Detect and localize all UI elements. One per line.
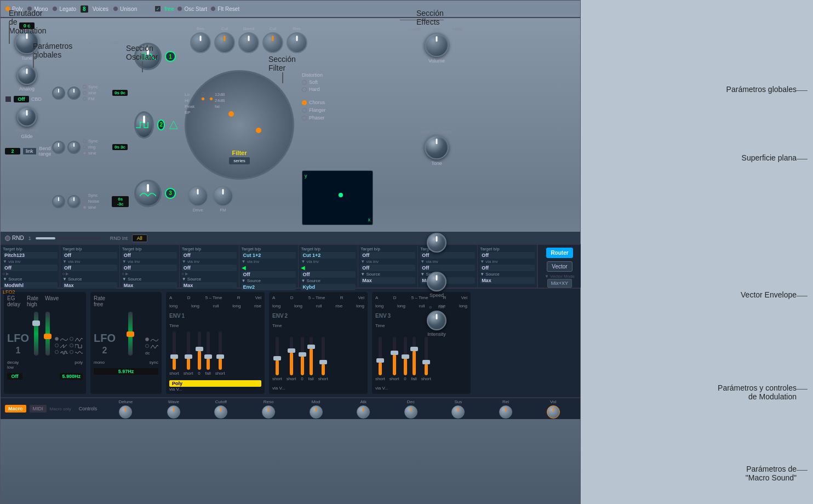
slot7-via-val[interactable]: Off [360, 265, 415, 271]
osc2-wave-ring[interactable]: ring [83, 145, 110, 150]
poly-radio[interactable]: Poly [5, 6, 22, 12]
lfo1-off-value[interactable]: Off [7, 373, 22, 380]
osc2-semi-knob[interactable] [67, 141, 81, 154]
slot4-src[interactable]: Max [182, 282, 237, 289]
osc2-tune-knob[interactable] [52, 141, 65, 154]
rel-knob[interactable] [499, 405, 512, 419]
slot4-via-val[interactable]: Off [182, 265, 237, 271]
slot3-value[interactable]: Off [122, 252, 177, 259]
vector-mode-value[interactable]: Mix+XY [547, 279, 572, 288]
slot6-value[interactable]: Cut 1+2 [301, 252, 356, 259]
lfo2-wave-tri[interactable] [145, 344, 149, 348]
osc2-main-knob[interactable] [134, 111, 154, 139]
osc1-wave-sync[interactable]: Sync [83, 84, 110, 89]
analog-knob[interactable] [17, 65, 37, 85]
bend-value[interactable]: 2 [5, 148, 20, 154]
lfo2-rate-slider[interactable] [128, 312, 133, 356]
osc1-tune-knob[interactable] [52, 87, 65, 100]
all-btn[interactable]: All [132, 234, 147, 242]
wave-knob[interactable] [167, 405, 180, 419]
phaser-radio[interactable]: Phaser [302, 115, 571, 121]
slot3-src[interactable]: Max [122, 282, 177, 289]
env1-r-track[interactable] [207, 331, 210, 370]
slot7-value[interactable]: Off [360, 252, 415, 259]
env1-a-track[interactable] [173, 331, 176, 370]
tone-knob[interactable] [425, 135, 449, 159]
slot2-value[interactable]: Off [62, 252, 117, 259]
chorus-radio[interactable]: Chorus [302, 100, 571, 105]
dec-knob[interactable] [404, 405, 417, 419]
cutoff-knob[interactable] [214, 405, 227, 419]
drive-knob[interactable] [187, 186, 208, 207]
rnd-radio[interactable]: RND [5, 235, 24, 241]
slot5-src[interactable]: Env2 [242, 284, 296, 290]
midi-tab[interactable]: MIDI [30, 405, 47, 413]
fat-dot[interactable] [209, 102, 213, 106]
env1-vel-track[interactable] [219, 331, 222, 370]
slot5-via-val[interactable]: Off [242, 271, 296, 278]
osc1-main-knob[interactable] [134, 43, 162, 70]
rnd-slider[interactable] [36, 237, 101, 239]
slot2-via-val[interactable]: Off [62, 265, 117, 271]
res1-knob[interactable] [190, 32, 211, 53]
tune-knob[interactable] [15, 30, 39, 54]
slot7-src[interactable]: Max [360, 277, 415, 284]
env1-s-track[interactable] [198, 331, 201, 370]
filter-fm-knob[interactable] [213, 186, 233, 207]
flt-reset-radio[interactable]: Flt Reset [210, 6, 239, 12]
legato-radio[interactable]: Legato [52, 6, 76, 12]
mod-knob[interactable] [310, 405, 323, 419]
slot9-via-val[interactable]: Off [480, 265, 535, 271]
soft-radio[interactable]: Soft [302, 79, 323, 85]
cut2-knob[interactable] [262, 32, 283, 53]
lfo1-hz-value[interactable]: 5.900Hz [60, 373, 83, 380]
osc3-semi-knob[interactable] [67, 195, 81, 208]
slot6-via-val[interactable]: Off [301, 271, 356, 278]
osc3-value[interactable]: 0s -3c [112, 196, 129, 207]
vol-knob[interactable] [547, 405, 560, 419]
osc2-wave-sync[interactable]: Sync [83, 139, 110, 144]
cbd-value[interactable]: Off [14, 96, 29, 102]
lo-dot[interactable] [201, 92, 205, 96]
slot5-value[interactable]: Cut 1+2 [242, 252, 296, 259]
env1-d-track[interactable] [187, 331, 190, 370]
peak-dot[interactable] [201, 102, 205, 106]
slot1-source-value[interactable]: ModWhl [3, 282, 58, 289]
lfo1-rate-slider[interactable] [45, 312, 50, 356]
slot1-value[interactable]: Pitch123 [3, 252, 58, 259]
lfo1-wave-saw[interactable] [55, 343, 59, 347]
slot9-src[interactable]: Max [480, 277, 535, 284]
reso-knob[interactable] [262, 405, 275, 419]
xy-pad[interactable]: y x [302, 170, 373, 225]
detune-knob[interactable] [119, 405, 132, 419]
slot9-value[interactable]: Off [480, 252, 535, 259]
macro-tab[interactable]: Macro [5, 405, 26, 413]
osc2-value[interactable]: 0s 3c [112, 144, 128, 150]
12db-dot[interactable] [209, 92, 213, 96]
lfo1-wave-sq[interactable] [70, 343, 73, 347]
free-checkbox[interactable] [154, 5, 161, 12]
osc3-wave-sync[interactable]: Sync [83, 193, 110, 198]
hard-radio[interactable]: Hard [302, 87, 323, 92]
router-button[interactable]: Router [546, 248, 572, 258]
slot6-src[interactable]: Kybd [301, 284, 356, 290]
24db-dot[interactable] [209, 97, 213, 101]
atk-knob[interactable] [357, 405, 370, 419]
res2-knob[interactable] [287, 32, 307, 53]
lfo2-wave-sine[interactable] [145, 337, 149, 341]
slot1-via-value[interactable]: Off [3, 265, 58, 271]
speed-knob[interactable] [427, 272, 446, 291]
slot3-via-val[interactable]: Off [122, 265, 177, 271]
osc3-main-knob[interactable] [134, 180, 162, 207]
tune-value[interactable]: 0 c [19, 22, 35, 29]
sine-level-knob[interactable] [427, 233, 446, 253]
intensity-knob[interactable] [427, 311, 446, 330]
blend-knob[interactable] [238, 32, 259, 53]
lfo1-eg-slider[interactable] [34, 312, 38, 356]
osc1-wave-sine[interactable]: sine [83, 90, 110, 95]
osc1-wave-fm[interactable]: FM [83, 96, 110, 101]
flanger-radio[interactable]: Flanger [302, 107, 571, 113]
link-btn[interactable]: link [22, 147, 37, 155]
unison-radio[interactable]: Unison [113, 6, 137, 12]
cbd-checkbox[interactable] [5, 96, 12, 102]
